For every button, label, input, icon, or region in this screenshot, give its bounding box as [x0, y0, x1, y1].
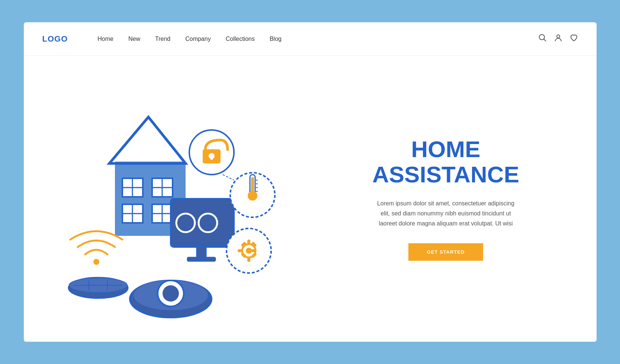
svg-rect-27 [171, 199, 234, 247]
user-icon[interactable] [554, 34, 562, 44]
main-card: LOGO Home New Trend Company Collections … [24, 22, 597, 342]
main-content: HOME ASSISTANCE Lorem ipsum dolor sit am… [24, 56, 597, 342]
nav-link-trend[interactable]: Trend [155, 36, 170, 42]
svg-line-1 [544, 39, 546, 41]
logo: LOGO [42, 34, 68, 44]
nav-item-home[interactable]: Home [97, 36, 113, 42]
nav-link-new[interactable]: New [128, 36, 140, 42]
svg-point-26 [163, 285, 179, 302]
heart-icon[interactable] [570, 34, 578, 44]
hero-title-line1: HOME [411, 136, 481, 162]
nav-item-blog[interactable]: Blog [270, 36, 282, 42]
search-icon[interactable] [539, 34, 547, 44]
get-started-button[interactable]: GET STARTED [408, 243, 484, 261]
svg-point-2 [557, 35, 560, 38]
svg-point-46 [246, 248, 252, 254]
navbar: LOGO Home New Trend Company Collections … [24, 22, 597, 56]
illustration-area [24, 56, 303, 342]
nav-link-company[interactable]: Company [185, 36, 211, 42]
nav-links: Home New Trend Company Collections Blog [97, 36, 538, 42]
hero-title: HOME ASSISTANCE [318, 137, 574, 187]
svg-line-55 [223, 175, 234, 180]
svg-rect-35 [211, 156, 213, 160]
svg-point-0 [539, 35, 544, 40]
svg-rect-47 [247, 240, 250, 245]
nav-link-home[interactable]: Home [97, 36, 113, 42]
svg-rect-39 [251, 177, 254, 193]
content-area: HOME ASSISTANCE Lorem ipsum dolor sit am… [303, 56, 597, 342]
nav-item-new[interactable]: New [128, 36, 140, 42]
nav-item-collections[interactable]: Collections [226, 36, 255, 42]
nav-item-company[interactable]: Company [185, 36, 211, 42]
svg-rect-49 [238, 249, 243, 252]
svg-rect-48 [247, 257, 250, 262]
hero-description: Lorem ipsum dolor sit amet, consectetuer… [375, 198, 517, 229]
svg-rect-29 [187, 257, 215, 261]
hero-illustration [37, 72, 290, 325]
nav-icons [539, 34, 578, 44]
svg-rect-50 [251, 249, 256, 252]
svg-marker-4 [109, 117, 186, 163]
nav-item-trend[interactable]: Trend [155, 36, 170, 42]
nav-link-collections[interactable]: Collections [226, 36, 255, 42]
svg-rect-28 [197, 247, 206, 258]
svg-point-17 [93, 259, 99, 265]
hero-title-line2: ASSISTANCE [372, 162, 519, 187]
page-wrapper: LOGO Home New Trend Company Collections … [11, 11, 609, 353]
nav-link-blog[interactable]: Blog [270, 36, 282, 42]
